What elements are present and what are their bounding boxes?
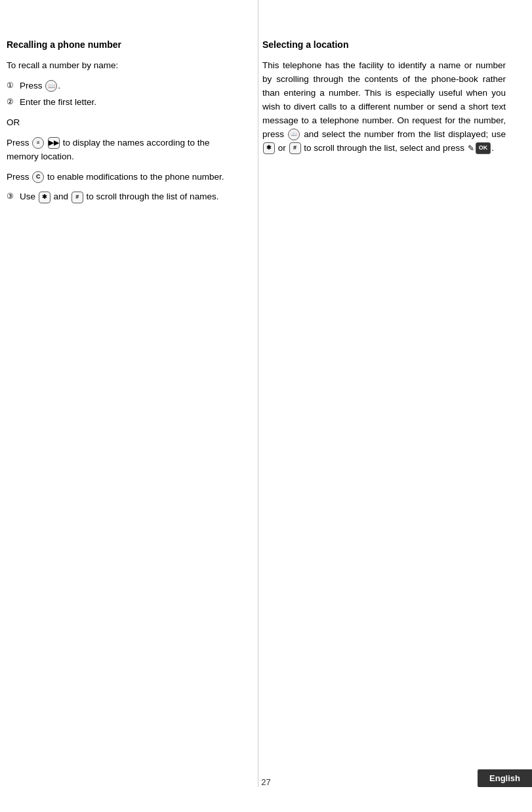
step-1: ① Press 📖. xyxy=(7,79,236,93)
right-column: Selecting a location This telephone has … xyxy=(249,26,519,220)
phone-book-icon: 📖 xyxy=(45,80,57,92)
right-body: This telephone has the facility to ident… xyxy=(262,59,506,155)
page-container: Recalling a phone number To recall a num… xyxy=(0,0,532,812)
step-2: ② Enter the first letter. xyxy=(7,96,236,110)
hash-icon: # xyxy=(72,192,83,203)
ok-button-display: OK xyxy=(476,142,491,154)
step-3-text: Use ✱ and # to scroll through the list o… xyxy=(20,190,218,204)
step-3: ③ Use ✱ and # to scroll through the list… xyxy=(7,190,236,204)
step-2-num: ② xyxy=(7,96,20,108)
right-title: Selecting a location xyxy=(262,39,506,50)
press-pair-text: Press ≡ ▶▶ to display the names accordin… xyxy=(7,136,236,164)
pencil-icon: ✎ xyxy=(468,142,474,155)
page-number: 27 xyxy=(0,777,532,787)
left-intro: To recall a number by name: xyxy=(7,59,236,73)
footer: 27 xyxy=(0,777,532,787)
step-1-text: Press 📖. xyxy=(20,79,60,93)
or-text: OR xyxy=(7,116,236,130)
step-2-text: Enter the first letter. xyxy=(20,96,96,110)
english-badge: English xyxy=(478,769,532,787)
left-column: Recalling a phone number To recall a num… xyxy=(0,26,249,220)
step-1-num: ① xyxy=(7,79,20,92)
arrow-right-icon: ▶▶ xyxy=(48,137,60,149)
menu-icon: ≡ xyxy=(32,137,44,149)
right-star-icon: ✱ xyxy=(263,142,275,154)
c-icon: C xyxy=(32,171,44,183)
column-divider xyxy=(258,0,258,787)
right-phone-book-icon: 📖 xyxy=(288,129,300,140)
star-icon: ✱ xyxy=(39,192,51,203)
press-c-text: Press C to enable modifications to the p… xyxy=(7,171,236,184)
step-3-num: ③ xyxy=(7,190,20,203)
left-title: Recalling a phone number xyxy=(7,39,236,50)
right-hash-icon: # xyxy=(289,142,301,154)
